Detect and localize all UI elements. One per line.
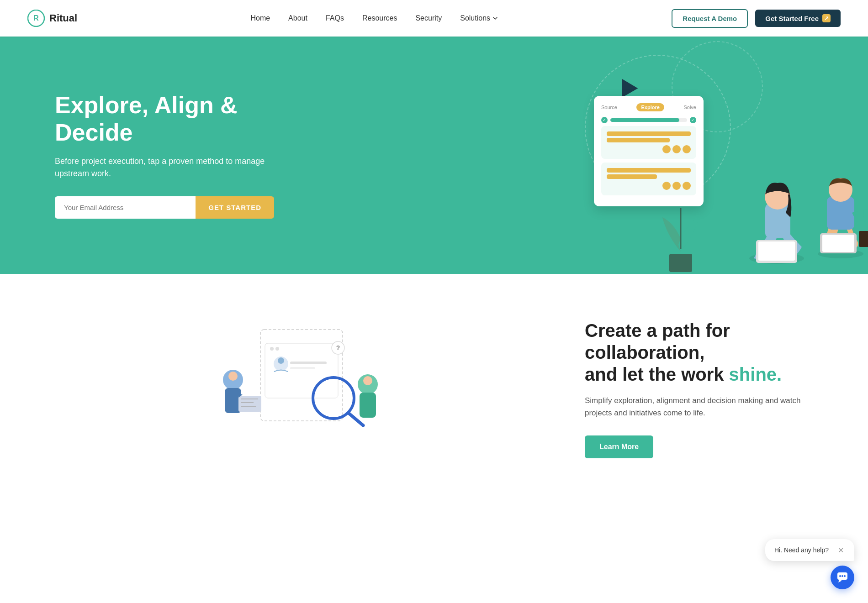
svg-rect-12 <box>859 231 868 247</box>
svg-rect-27 <box>238 396 261 412</box>
nav-security[interactable]: Security <box>415 14 442 22</box>
progress-row-1: ✓ ✓ <box>601 117 696 123</box>
collab-content: Create a path for collaboration, and let… <box>585 320 813 458</box>
svg-rect-13 <box>669 254 692 272</box>
nav-solutions[interactable]: Solutions <box>460 14 498 22</box>
hero-form: GET STARTED <box>55 196 274 219</box>
svg-point-17 <box>275 347 279 351</box>
person-right-illustration <box>804 153 868 265</box>
card-section-2 <box>601 163 696 195</box>
chevron-down-icon <box>492 15 498 21</box>
svg-text:?: ? <box>336 344 340 351</box>
card-badge: Explore <box>636 103 664 111</box>
main-nav: Home About FAQs Resources Security Solut… <box>250 14 498 22</box>
nav-resources[interactable]: Resources <box>362 14 397 22</box>
collab-illustration: ? <box>55 320 548 457</box>
email-input[interactable] <box>55 196 196 219</box>
request-demo-button[interactable]: Request A Demo <box>672 9 748 28</box>
collab-title: Create a path for collaboration, and let… <box>585 320 813 385</box>
hero-section: Explore, Align & Decide Before project e… <box>0 37 868 274</box>
svg-point-25 <box>228 372 238 381</box>
svg-point-32 <box>363 376 372 385</box>
nav-faqs[interactable]: FAQs <box>326 14 344 22</box>
hero-title: Explore, Align & Decide <box>55 92 292 147</box>
arrow-icon: ↗ <box>822 14 831 22</box>
logo-link[interactable]: R Ritual <box>27 10 77 27</box>
get-started-hero-button[interactable]: GET STARTED <box>196 196 274 219</box>
svg-text:R: R <box>33 14 39 22</box>
deco-plane <box>614 74 638 97</box>
brand-name: Ritual <box>49 12 77 24</box>
svg-rect-20 <box>290 362 327 364</box>
get-started-button[interactable]: Get Started Free ↗ <box>755 10 841 27</box>
svg-rect-33 <box>360 393 376 418</box>
collab-description: Simplify exploration, alignment and deci… <box>585 394 813 419</box>
nav-about[interactable]: About <box>288 14 307 22</box>
svg-point-16 <box>270 347 274 351</box>
navbar-actions: Request A Demo Get Started Free ↗ <box>672 9 841 28</box>
shine-text: shine. <box>729 364 782 384</box>
card-section-1 <box>601 126 696 159</box>
svg-point-19 <box>278 357 284 364</box>
svg-rect-21 <box>290 367 315 369</box>
navbar: R Ritual Home About FAQs Resources Secur… <box>0 0 868 37</box>
hero-content: Explore, Align & Decide Before project e… <box>55 92 292 219</box>
svg-rect-6 <box>758 241 795 261</box>
logo-icon: R <box>27 10 45 27</box>
hero-subtitle: Before project execution, tap a proven m… <box>55 155 292 180</box>
nav-home[interactable]: Home <box>250 14 270 22</box>
svg-rect-11 <box>822 235 854 252</box>
card-header: Source Explore Solve <box>601 103 696 111</box>
learn-more-button[interactable]: Learn More <box>585 435 653 458</box>
collab-section: ? Create a path for collaboration, and <box>0 274 868 504</box>
